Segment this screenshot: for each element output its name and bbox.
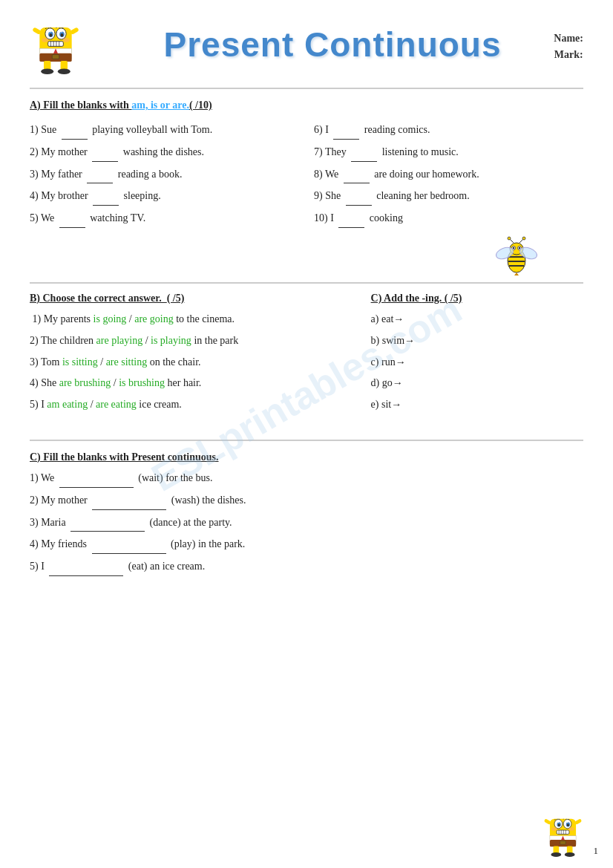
svg-point-17 [61,31,62,33]
section-c-ing: C) Add the -ing. ( /5) a) eat→ b) swim→ … [371,293,583,417]
section-a-right: 6) I reading comics. 7) They listening t… [314,117,583,232]
list-item: 4) My friends (play) in the park. [30,535,583,554]
svg-point-87 [565,852,575,857]
list-item: 1) We (wait) for the bus. [30,469,583,488]
svg-line-75 [566,819,566,820]
svg-rect-62 [560,841,566,845]
blank [92,535,166,554]
list-item: a) eat→ [371,310,583,328]
list-item: 4) My brother sleeping. [30,187,299,206]
option-correct: is brushing [119,377,165,388]
svg-point-33 [41,68,53,74]
list-item: b) swim→ [371,332,583,350]
list-item: 2) The children are playing / is playing… [30,332,349,350]
blank [93,187,119,206]
section-b-title: B) Choose the correct answer. ( /5) [30,293,349,304]
svg-point-70 [567,822,568,823]
svg-point-15 [61,33,64,37]
list-item: 6) I reading comics. [314,121,583,140]
section-c-fill: C) Fill the blanks with Present continuo… [30,451,583,576]
blank [92,143,118,162]
svg-marker-52 [514,273,519,275]
blank [59,209,85,228]
section-a-columns: 1) Sue playing volleyball with Tom. 2) M… [30,117,583,232]
title-area: Present Continuous Name: Mark: [82,25,583,65]
section-c-ing-title: C) Add the -ing. ( /5) [371,293,583,304]
header: Present Continuous Name: Mark: [30,15,583,74]
blank [92,492,166,510]
mark-label: Mark: [554,47,583,63]
section-b: B) Choose the correct answer. ( /5) 1) M… [30,293,349,417]
list-item: 10) I cooking [314,209,583,228]
svg-point-14 [50,33,53,37]
svg-point-34 [58,68,71,74]
svg-point-44 [513,247,514,249]
blank [59,469,134,488]
svg-point-68 [567,823,569,826]
list-item: 2) My mother (wash) the dishes. [30,492,583,510]
list-item: 3) My father reading a book. [30,166,299,184]
list-item: d) go→ [371,374,583,392]
list-item: 3) Maria (dance) at the party. [30,514,583,532]
bee-icon [494,235,539,275]
bc-row: B) Choose the correct answer. ( /5) 1) M… [30,293,583,417]
list-item: 1) Sue playing volleyball with Tom. [30,121,299,140]
svg-rect-9 [52,55,59,59]
list-item: 5) I (eat) an ice cream. [30,558,583,576]
option-wrong: are eating [96,399,137,410]
blank [346,187,372,206]
name-mark-area: Name: Mark: [554,30,583,64]
svg-line-19 [48,27,49,28]
svg-point-78 [568,827,574,831]
spongebob-bottom-icon [542,809,583,857]
list-item: 9) She cleaning her bedroom. [314,187,583,206]
list-item: 1) My parents is going / are going to th… [30,310,349,328]
svg-point-77 [551,827,557,831]
svg-rect-79 [557,830,569,834]
svg-point-67 [558,823,560,826]
section-a-left: 1) Sue playing volleyball with Tom. 2) M… [30,117,299,232]
blank [338,209,364,228]
option-correct: am eating [47,399,88,410]
svg-line-22 [59,27,60,28]
blank [351,143,377,162]
list-item: 5) I am eating / are eating ice cream. [30,396,349,414]
blank [49,558,123,576]
blank [87,166,113,184]
section-a: A) Fill the blanks with am, is or are.( … [30,99,583,232]
list-item: 2) My mother washing the dishes. [30,143,299,162]
blank [344,166,370,184]
option-wrong: is playing [151,335,191,346]
svg-line-72 [557,819,557,820]
spongebob-top-icon [30,15,82,74]
svg-point-49 [522,237,525,240]
list-item: c) run→ [371,353,583,371]
blank [71,514,145,532]
page-number: 1 [594,845,599,857]
svg-point-16 [50,31,51,33]
option-wrong: are sitting [106,356,148,368]
list-item: 7) They listening to music. [314,143,583,162]
list-item: 3) Tom is sitting / are sitting on the c… [30,353,349,371]
section-a-title: A) Fill the blanks with am, is or are.( … [30,99,583,111]
list-item: 8) We are doing our homework. [314,166,583,184]
option-correct: are going [134,313,173,324]
bee-decoration [30,235,583,278]
svg-point-69 [558,822,560,823]
svg-rect-26 [48,42,64,47]
option-wrong: is going [94,313,127,324]
svg-point-48 [508,237,511,240]
blank [62,121,88,140]
svg-point-86 [551,852,561,857]
svg-point-24 [42,38,48,42]
list-item: 5) We watching TV. [30,209,299,228]
svg-point-25 [62,38,69,42]
svg-point-45 [519,247,520,249]
list-item: 4) She are brushing / is brushing her ha… [30,374,349,392]
main-title: Present Continuous [163,25,501,65]
blank [333,121,359,140]
list-item: e) sit→ [371,396,583,414]
option-correct: are playing [96,335,143,346]
option-wrong: are brushing [59,377,111,388]
name-label: Name: [554,30,583,47]
